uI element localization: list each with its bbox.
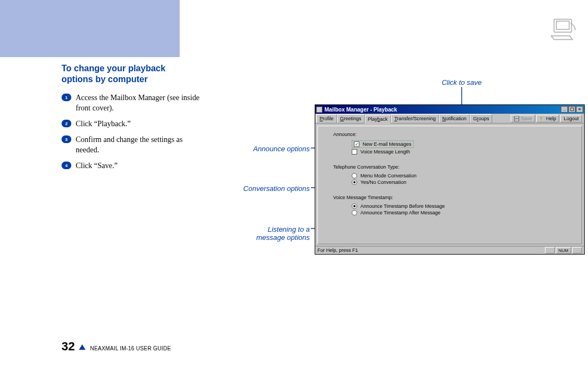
telephone-label: Telephone Conversation Type: bbox=[333, 164, 566, 170]
radio-label: Yes/No Conversation bbox=[360, 180, 406, 185]
triangle-icon bbox=[79, 344, 85, 350]
announce-label: Announce: bbox=[333, 132, 566, 137]
checkbox-label: Voice Message Length bbox=[360, 149, 410, 154]
svg-rect-5 bbox=[515, 119, 518, 121]
page-number: 32 bbox=[62, 339, 75, 354]
radio-row: Announce Timestamp After Message bbox=[352, 210, 566, 215]
save-button[interactable]: Save bbox=[511, 115, 535, 122]
tab-groups[interactable]: Groups bbox=[470, 114, 493, 123]
svg-rect-1 bbox=[556, 21, 569, 29]
guide-name: NEAXMAIL IM-16 USER GUIDE bbox=[90, 345, 171, 351]
step-item: 4 Click “Save.” bbox=[62, 160, 203, 171]
step-text: Access the Mailbox Manager (see inside f… bbox=[76, 92, 203, 113]
step-text: Confirm and change the settings as neede… bbox=[76, 134, 203, 155]
radio-yes-no[interactable] bbox=[352, 180, 357, 185]
window-titlebar: Mailbox Manager - Playback _ ▢ × bbox=[315, 105, 584, 114]
checkbox-label: New E-mail Messages bbox=[363, 141, 412, 147]
header-blue-band bbox=[0, 0, 180, 57]
section-title-line1: To change your playback bbox=[62, 63, 562, 74]
step-text: Click “Save.” bbox=[76, 160, 203, 171]
radio-row: Announce Timestamp Before Message bbox=[352, 203, 566, 209]
radio-label: Menu Mode Conversation bbox=[360, 173, 416, 178]
computer-icon bbox=[548, 17, 578, 41]
app-icon bbox=[316, 107, 322, 113]
num-lock-indicator: NUM bbox=[556, 247, 571, 254]
radio-menu-mode[interactable] bbox=[352, 173, 357, 178]
step-item: 3 Confirm and change the settings as nee… bbox=[62, 134, 203, 155]
help-button[interactable]: ? Help bbox=[536, 115, 560, 122]
steps-list: 1 Access the Mailbox Manager (see inside… bbox=[62, 92, 203, 171]
radio-ts-after[interactable] bbox=[352, 210, 357, 215]
tab-bar: Profile Greetings Playback Transfer/Scre… bbox=[315, 114, 584, 123]
tab-greetings[interactable]: Greetings bbox=[337, 114, 365, 123]
radio-label: Announce Timestamp Before Message bbox=[360, 203, 445, 209]
window-title: Mailbox Manager - Playback bbox=[324, 107, 397, 113]
app-screenshot: Mailbox Manager - Playback _ ▢ × Profile… bbox=[315, 104, 585, 255]
logout-button-label: Logout bbox=[564, 116, 579, 121]
save-button-label: Save bbox=[520, 116, 532, 121]
checkbox-row: Voice Message Length bbox=[352, 149, 566, 154]
annotation-listening-line2: message options bbox=[256, 233, 310, 242]
status-text: For Help, press F1 bbox=[317, 248, 358, 253]
radio-ts-before[interactable] bbox=[352, 203, 357, 209]
step-item: 1 Access the Mailbox Manager (see inside… bbox=[62, 92, 203, 113]
radio-row: Yes/No Conversation bbox=[352, 180, 566, 185]
radio-label: Announce Timestamp After Message bbox=[360, 210, 440, 215]
tab-profile[interactable]: Profile bbox=[316, 114, 337, 123]
maximize-button[interactable]: ▢ bbox=[568, 106, 575, 113]
checkbox-new-email[interactable]: ✓ bbox=[354, 141, 359, 147]
annotation-click-to-save: Click to save bbox=[429, 78, 494, 86]
page-footer: 32 NEAXMAIL IM-16 USER GUIDE bbox=[62, 339, 171, 354]
panel-body: Announce: ✓ New E-mail Messages Voice Me… bbox=[317, 126, 582, 244]
logout-button[interactable]: Logout bbox=[560, 115, 582, 122]
step-number: 4 bbox=[62, 162, 71, 169]
minimize-button[interactable]: _ bbox=[561, 106, 568, 113]
timestamp-label: Voice Message Timestamp: bbox=[333, 195, 566, 200]
step-number: 1 bbox=[62, 94, 71, 101]
annotation-listening-options: Listening to a message options bbox=[234, 225, 310, 242]
radio-row: Menu Mode Conversation bbox=[352, 173, 566, 178]
annotation-conversation-options: Conversation options bbox=[234, 184, 310, 193]
tab-notification[interactable]: Notification bbox=[439, 114, 470, 123]
tab-playback[interactable]: Playback bbox=[365, 115, 391, 123]
step-text: Click “Playback.” bbox=[76, 119, 203, 129]
close-button[interactable]: × bbox=[576, 106, 583, 113]
annotation-listening-line1: Listening to a bbox=[268, 225, 310, 233]
step-number: 2 bbox=[62, 120, 71, 127]
help-icon: ? bbox=[540, 116, 545, 121]
tab-transfer-screening[interactable]: Transfer/Screening bbox=[391, 114, 439, 123]
disk-icon bbox=[514, 116, 519, 121]
svg-rect-4 bbox=[515, 116, 518, 118]
step-number: 3 bbox=[62, 135, 71, 143]
annotation-announce-options: Announce options bbox=[234, 145, 310, 153]
status-bar: For Help, press F1 NUM bbox=[315, 246, 584, 254]
checkbox-voice-length[interactable] bbox=[352, 149, 357, 154]
help-button-label: Help bbox=[546, 116, 556, 121]
checkbox-row: ✓ New E-mail Messages bbox=[352, 140, 414, 148]
step-item: 2 Click “Playback.” bbox=[62, 119, 203, 129]
